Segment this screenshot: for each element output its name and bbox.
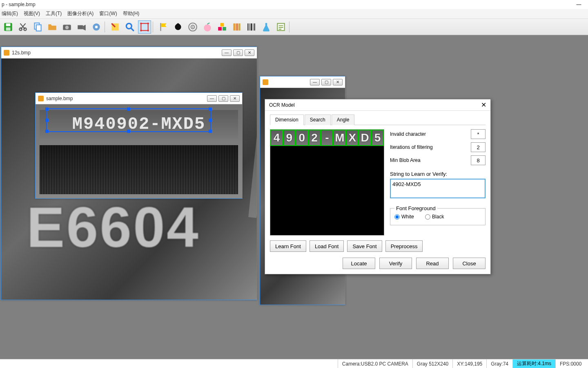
rendered-text: E6604 — [27, 194, 200, 260]
svg-point-18 — [147, 29, 149, 31]
ocr-preview: 4 9 0 2 - M X D 5 — [270, 129, 384, 236]
svg-rect-31 — [249, 23, 250, 30]
font-foreground-group: Font Foreground White Black — [390, 205, 486, 225]
iterations-label: Iterations of filtering — [390, 144, 471, 150]
menu-tools[interactable]: 工具(T) — [46, 10, 62, 17]
status-camera: Camera:USB2.0 PC CAMERA — [338, 359, 412, 368]
cut-icon[interactable] — [16, 20, 29, 34]
save-font-button[interactable]: Save Font — [347, 240, 382, 252]
read-button[interactable]: Read — [416, 258, 449, 269]
child-window-title-bar[interactable]: — ▢ ✕ — [260, 76, 345, 88]
svg-rect-33 — [253, 23, 253, 30]
menu-edit[interactable]: 编辑(E) — [2, 10, 18, 17]
ocr-char: 4 — [270, 130, 283, 146]
toolbar-separator — [105, 21, 107, 33]
ocr-model-dialog[interactable]: OCR Model ✕ Dimension Search Angle 4 9 0… — [265, 99, 491, 274]
child-close-button[interactable]: ✕ — [230, 95, 240, 102]
inkblot-icon[interactable] — [172, 20, 185, 34]
svg-rect-19 — [160, 23, 161, 31]
svg-point-16 — [147, 22, 149, 24]
ocr-char: 2 — [308, 130, 321, 146]
gear-icon[interactable] — [90, 20, 103, 34]
child-close-button[interactable]: ✕ — [245, 49, 254, 56]
camcorder-icon[interactable] — [75, 20, 88, 34]
font-foreground-legend: Font Foreground — [394, 205, 437, 211]
note-icon[interactable] — [109, 20, 122, 34]
svg-rect-27 — [233, 23, 235, 30]
svg-point-11 — [95, 25, 98, 28]
child-minimize-button[interactable]: — — [222, 49, 232, 56]
svg-point-17 — [140, 29, 142, 31]
verify-input[interactable] — [390, 179, 486, 198]
cubes-icon[interactable] — [216, 20, 229, 34]
preprocess-button[interactable]: Preprocess — [385, 240, 423, 252]
ocr-char: M — [333, 130, 346, 146]
tab-dimension[interactable]: Dimension — [270, 114, 304, 125]
ocr-char: - — [321, 130, 334, 146]
status-timing: 运算耗时:4.1ms — [512, 359, 555, 368]
radio-black[interactable]: Black — [425, 214, 444, 220]
window-title: p - sample.bmp — [2, 2, 36, 7]
toolbar — [0, 19, 588, 35]
search-icon[interactable] — [123, 20, 136, 34]
svg-rect-30 — [247, 23, 248, 30]
ocr-char: 5 — [371, 130, 384, 146]
svg-rect-2 — [6, 27, 11, 31]
menu-help[interactable]: 帮助(H) — [123, 10, 140, 17]
camera-icon[interactable] — [60, 20, 74, 34]
tab-angle[interactable]: Angle — [332, 114, 355, 125]
peach-icon[interactable] — [201, 20, 214, 34]
menu-view[interactable]: 视图(V) — [24, 10, 40, 17]
window-title-bar: p - sample.bmp — — [0, 0, 588, 9]
copy-icon[interactable] — [31, 20, 44, 34]
svg-rect-29 — [238, 23, 240, 30]
target-icon[interactable] — [186, 20, 199, 34]
child-window-title-bar[interactable]: 12s.bmp — ▢ ✕ — [1, 47, 257, 58]
menu-image-analysis[interactable]: 图像分析(A) — [67, 10, 94, 17]
child-minimize-button[interactable]: — — [207, 95, 217, 102]
load-font-button[interactable]: Load Font — [310, 240, 344, 252]
toolbar-separator — [289, 21, 292, 33]
tab-search[interactable]: Search — [305, 114, 331, 125]
locate-button[interactable]: Locate — [343, 258, 375, 269]
child-maximize-button[interactable]: ▢ — [233, 49, 243, 56]
svg-rect-28 — [236, 23, 238, 30]
menu-window[interactable]: 窗口(W) — [99, 10, 117, 17]
child-window-sample[interactable]: sample.bmp — ▢ ✕ M940902-MXD5 — [35, 92, 243, 199]
ocr-char: D — [359, 130, 371, 146]
child-minimize-button[interactable]: — — [310, 79, 320, 85]
verify-button[interactable]: Verify — [379, 258, 412, 269]
books-icon[interactable] — [230, 20, 243, 34]
flask-icon[interactable] — [260, 20, 273, 34]
barcode-icon[interactable] — [245, 20, 258, 34]
child-maximize-button[interactable]: ▢ — [321, 79, 331, 85]
notes-icon[interactable] — [274, 20, 287, 34]
select-rect-icon[interactable] — [138, 20, 151, 34]
mdi-workspace: 12s.bmp — ▢ ✕ E6604 — ▢ ✕ sample.bmp — [0, 35, 588, 359]
save-icon[interactable] — [2, 20, 15, 34]
selection-box[interactable] — [46, 108, 211, 132]
close-button[interactable]: Close — [453, 258, 486, 269]
iterations-input[interactable] — [471, 142, 486, 152]
dialog-title: OCR Model — [269, 102, 295, 108]
dialog-close-button[interactable]: ✕ — [481, 101, 486, 109]
min-blob-label: Min Blob Area — [390, 157, 471, 163]
child-maximize-button[interactable]: ▢ — [218, 95, 228, 102]
dialog-title-bar[interactable]: OCR Model ✕ — [265, 99, 490, 111]
status-fps: FPS:0000 — [555, 359, 588, 368]
min-blob-input[interactable] — [471, 155, 486, 165]
child-close-button[interactable]: ✕ — [333, 79, 343, 85]
child-window-title-bar[interactable]: sample.bmp — ▢ ✕ — [36, 93, 242, 104]
svg-rect-25 — [223, 27, 226, 31]
status-resolution: Gray 512X240 — [412, 359, 452, 368]
flag-icon[interactable] — [157, 20, 170, 34]
verify-label: String to Learn or Verify: — [390, 171, 486, 177]
svg-point-23 — [204, 24, 211, 31]
svg-point-13 — [126, 23, 131, 29]
image-canvas[interactable]: M940902-MXD5 — [36, 104, 242, 198]
learn-font-button[interactable]: Learn Font — [270, 240, 306, 252]
window-minimize-button[interactable]: — — [570, 0, 588, 9]
radio-white[interactable]: White — [394, 214, 414, 220]
open-icon[interactable] — [46, 20, 59, 34]
invalid-char-input[interactable] — [471, 129, 486, 139]
